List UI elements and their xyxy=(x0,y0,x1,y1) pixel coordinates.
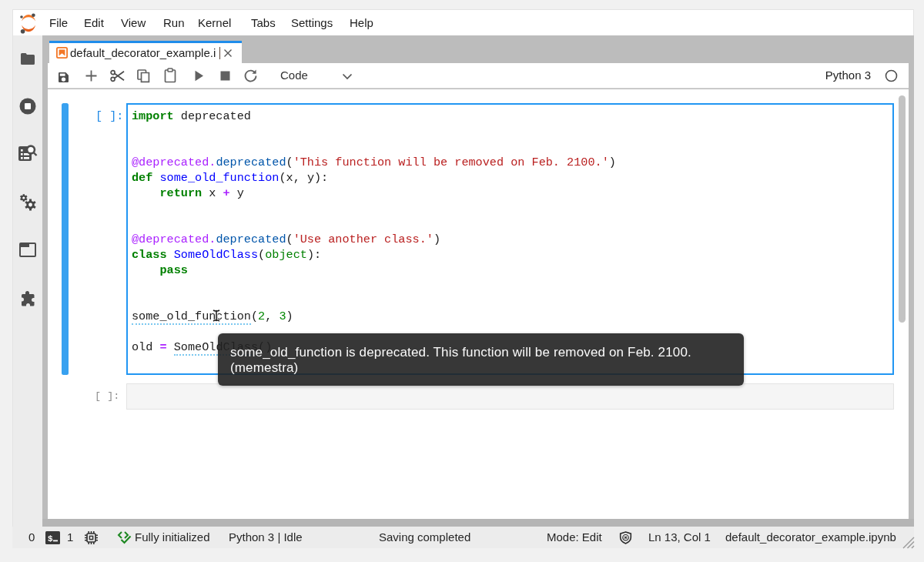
svg-text:$: $ xyxy=(48,534,53,544)
